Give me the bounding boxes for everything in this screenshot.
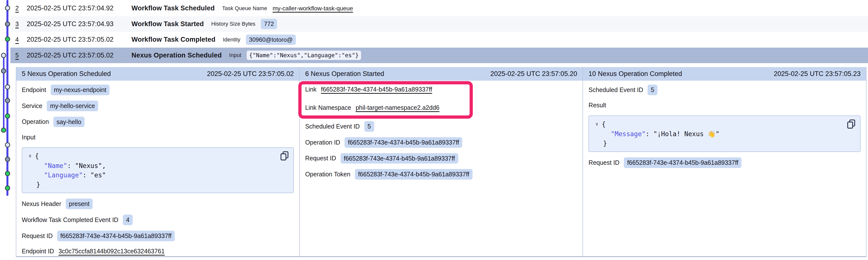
detail-label: Endpoint ID (22, 248, 54, 255)
detail-badge: f665283f-743e-4374-b45b-9a61a89337ff (344, 137, 462, 148)
timeline-event-dot[interactable] (1, 68, 6, 74)
detail-label: Endpoint (22, 86, 46, 94)
panel-timestamp: 2025-02-25 UTC 23:57:05.20 (490, 70, 577, 78)
workflow-history-page: 2 2025-02-25 UTC 23:57:04.92 Workflow Ta… (0, 0, 868, 260)
event-timestamp: 2025-02-25 UTC 23:57:04.93 (27, 20, 131, 28)
json-line: "Name": "Nexus", (29, 161, 287, 171)
detail-label: Operation ID (305, 139, 340, 146)
timeline-event-dot[interactable] (5, 98, 10, 103)
detail-row-link: Link f665283f-743e-4374-b45b-9a61a89337f… (305, 85, 577, 94)
timeline-event-dot[interactable] (5, 171, 10, 176)
detail-label: Request ID (22, 232, 53, 239)
event-id-link[interactable]: 3 (15, 21, 19, 27)
event-id-link[interactable]: 4 (15, 36, 19, 43)
input-json-viewer: ∨{ "Name": "Nexus", "Language": "es" } (22, 147, 294, 193)
link-namespace-link[interactable]: phil-target-namespace2.a2dd6 (355, 104, 439, 111)
timeline-event-dot[interactable] (5, 113, 10, 119)
panel-body: Endpoint my-nexus-endpoint Service my-he… (16, 81, 299, 260)
event-id-link[interactable]: 2 (15, 5, 19, 11)
event-name: Nexus Operation Scheduled (131, 51, 222, 59)
event-id-link[interactable]: 5 (15, 52, 19, 59)
detail-label: Service (22, 102, 42, 110)
panel-body: Scheduled Event ID 5 Result ∨{ "Message"… (583, 81, 866, 172)
event-name: Workflow Task Scheduled (131, 4, 215, 12)
event-detail-panels: 5 Nexus Operation Scheduled 2025-02-25 U… (16, 67, 867, 257)
json-line: ∨{ (29, 151, 287, 161)
detail-label: Result (588, 102, 606, 109)
detail-badge: my-hello-service (47, 101, 98, 111)
event-row-3[interactable]: 3 2025-02-25 UTC 23:57:04.93 Workflow Ta… (10, 16, 868, 32)
detail-row-endpoint-id: Endpoint ID 3c0c75ccfa8144b092c13ce63246… (22, 247, 294, 256)
detail-badge: my-nexus-endpoint (51, 85, 110, 95)
timeline-event-dot[interactable] (5, 186, 10, 191)
event-row-5-selected[interactable]: 5 2025-02-25 UTC 23:57:05.02 Nexus Opera… (10, 48, 868, 63)
timeline-event-dot[interactable] (5, 5, 10, 11)
endpoint-id-link[interactable]: 3c0c75ccfa8144b092c13ce632463761 (59, 248, 165, 255)
link-workflow-link[interactable]: f665283f-743e-4374-b45b-9a61a89337ff (321, 86, 432, 93)
panel-nexus-operation-started: 6 Nexus Operation Started 2025-02-25 UTC… (299, 67, 583, 256)
timeline-event-dot[interactable] (5, 157, 10, 162)
detail-row-request-id: Request ID f665283f-743e-4374-b45b-9a61a… (22, 231, 294, 241)
event-timestamp: 2025-02-25 UTC 23:57:05.02 (27, 36, 131, 43)
detail-row-operation: Operation say-hello (22, 117, 294, 127)
detail-row-input-label: Input (22, 133, 294, 142)
detail-row-link-namespace: Link Namespace phil-target-namespace2.a2… (305, 103, 577, 112)
detail-label: Scheduled Event ID (588, 86, 643, 94)
timeline-event-dot[interactable] (5, 22, 10, 27)
event-history-table: 2 2025-02-25 UTC 23:57:04.92 Workflow Ta… (10, 0, 868, 63)
collapse-chevron-icon[interactable]: ∨ (595, 121, 598, 126)
timeline-event-dot[interactable] (1, 53, 6, 58)
detail-badge: 5 (648, 85, 657, 95)
event-name: Workflow Task Started (131, 20, 204, 28)
panel-header: 5 Nexus Operation Scheduled 2025-02-25 U… (16, 67, 299, 81)
copy-icon[interactable] (280, 151, 289, 160)
panel-header: 6 Nexus Operation Started 2025-02-25 UTC… (300, 67, 583, 81)
panel-title: 5 Nexus Operation Scheduled (22, 70, 111, 78)
timeline-event-dot[interactable] (5, 37, 10, 42)
event-detail-label: History Size Bytes (211, 21, 255, 27)
event-row-4[interactable]: 4 2025-02-25 UTC 23:57:05.02 Workflow Ta… (10, 32, 868, 48)
detail-badge: 4 (123, 215, 133, 225)
detail-label: Workflow Task Completed Event ID (22, 216, 118, 223)
timeline-branch-line (3, 55, 4, 131)
event-row-2[interactable]: 2 2025-02-25 UTC 23:57:04.92 Workflow Ta… (10, 0, 868, 16)
task-queue-link[interactable]: my-caller-workflow-task-queue (273, 5, 353, 12)
collapse-chevron-icon[interactable]: ∨ (29, 153, 31, 158)
detail-badge: say-hello (53, 117, 85, 127)
detail-row-request-id: Request ID f665283f-743e-4374-b45b-9a61a… (305, 153, 577, 164)
detail-badge: f665283f-743e-4374-b45b-9a61a89337ff (57, 231, 175, 241)
event-timestamp: 2025-02-25 UTC 23:57:04.92 (27, 4, 131, 12)
json-line: "Message": "¡Hola! Nexus 👋" (595, 129, 854, 139)
detail-label: Input (22, 134, 36, 141)
detail-row-request-id: Request ID f665283f-743e-4374-b45b-9a61a… (588, 157, 861, 168)
panel-body: Link f665283f-743e-4374-b45b-9a61a89337f… (300, 81, 583, 184)
detail-label: Nexus Header (22, 200, 61, 208)
event-detail-badge: 772 (261, 19, 277, 29)
event-name: Workflow Task Completed (131, 36, 216, 43)
event-detail-badge: 30960@totoro@ (246, 35, 296, 45)
event-timestamp: 2025-02-25 UTC 23:57:05.02 (27, 51, 131, 59)
event-timeline-graph (0, 0, 11, 260)
panel-nexus-operation-completed: 10 Nexus Operation Completed 2025-02-25 … (583, 67, 866, 256)
json-line: } (595, 139, 854, 148)
event-detail-label: Task Queue Name (222, 5, 267, 11)
detail-badge: f665283f-743e-4374-b45b-9a61a89337ff (624, 157, 741, 168)
detail-label: Link (305, 86, 317, 93)
timeline-event-dot[interactable] (5, 84, 10, 89)
copy-icon[interactable] (846, 119, 856, 129)
panel-nexus-operation-scheduled: 5 Nexus Operation Scheduled 2025-02-25 U… (16, 67, 299, 256)
event-detail-label: Input (229, 52, 241, 59)
detail-badge: 5 (364, 121, 374, 132)
detail-label: Operation Token (305, 171, 350, 178)
timeline-event-dot[interactable] (5, 142, 10, 148)
detail-label: Scheduled Event ID (305, 123, 360, 130)
panel-timestamp: 2025-02-25 UTC 23:57:05.23 (774, 70, 861, 78)
event-input-badge: {"Name":"Nexus","Language":"es"} (247, 50, 361, 60)
detail-row-endpoint: Endpoint my-nexus-endpoint (22, 85, 294, 95)
timeline-event-dot[interactable] (1, 127, 6, 133)
result-json-viewer: ∨{ "Message": "¡Hola! Nexus 👋" } (588, 115, 861, 152)
detail-row-result-label: Result (588, 101, 861, 110)
detail-row-nexus-header: Nexus Header present (22, 198, 294, 209)
detail-row-scheduled-event-id: Scheduled Event ID 5 (305, 121, 577, 132)
detail-label: Request ID (305, 155, 336, 162)
